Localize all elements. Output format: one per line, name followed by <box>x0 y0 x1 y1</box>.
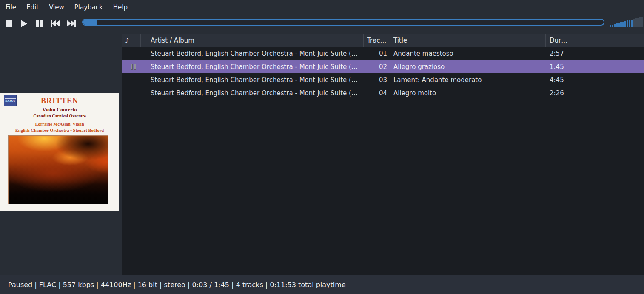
seekbar-fill <box>83 20 97 25</box>
cell-artist-album: Steuart Bedford, English Chamber Orchest… <box>141 89 364 97</box>
cell-artist-album: Steuart Bedford, English Chamber Orchest… <box>141 76 364 84</box>
stop-icon <box>6 20 12 27</box>
play-icon <box>21 20 27 27</box>
status-bar: Paused | FLAC | 557 kbps | 44100Hz | 16 … <box>0 275 644 294</box>
cell-title: Allegro grazioso <box>390 63 546 71</box>
cover-work-subtitle: Canadian Carnival Overture <box>0 114 119 118</box>
paused-track-icon <box>131 64 136 70</box>
cell-title: Andante maestoso <box>390 50 546 57</box>
menu-playback[interactable]: Playback <box>69 1 108 14</box>
table-row-selected[interactable]: Steuart Bedford, English Chamber Orchest… <box>122 60 644 73</box>
volume-control[interactable] <box>610 16 643 27</box>
menu-view[interactable]: View <box>44 1 69 14</box>
cover-orchestra: English Chamber Orchestra • Steuart Bedf… <box>0 128 119 133</box>
cell-track: 03 <box>364 76 390 84</box>
column-title[interactable]: Title <box>390 34 546 47</box>
cell-track: 01 <box>364 50 390 57</box>
content-area: NAXOS BRITTEN Violin Concerto Canadian C… <box>0 32 644 275</box>
music-note-icon: ♪ <box>125 37 129 44</box>
column-duration[interactable]: Dur… <box>546 34 571 47</box>
menu-file[interactable]: File <box>0 1 21 14</box>
menu-help[interactable]: Help <box>108 1 133 14</box>
cover-soloist: Lorraine McAslan, Violin <box>0 122 119 126</box>
next-button[interactable] <box>65 18 77 29</box>
playlist: ♪ Artist / Album Trac… Title Dur… Steuar… <box>122 32 644 275</box>
cell-duration: 2:26 <box>546 89 571 97</box>
seekbar[interactable] <box>82 19 604 26</box>
playlist-body: Steuart Bedford, English Chamber Orchest… <box>122 47 644 275</box>
cell-artist-album: Steuart Bedford, English Chamber Orchest… <box>141 50 364 57</box>
menu-edit[interactable]: Edit <box>21 1 44 14</box>
cover-work-title: Violin Concerto <box>0 107 119 113</box>
playlist-header: ♪ Artist / Album Trac… Title Dur… <box>122 34 644 47</box>
table-row[interactable]: Steuart Bedford, English Chamber Orchest… <box>122 47 644 60</box>
cell-title: Allegro molto <box>390 89 546 97</box>
menubar: File Edit View Playback Help <box>0 0 644 14</box>
cell-duration: 1:45 <box>546 63 571 71</box>
naxos-logo: NAXOS <box>4 95 17 106</box>
cover-sunset-photo <box>8 135 108 204</box>
cell-duration: 2:57 <box>546 50 571 57</box>
toolbar <box>0 14 644 32</box>
previous-button[interactable] <box>49 18 61 29</box>
column-artist-album[interactable]: Artist / Album <box>141 34 364 47</box>
play-button[interactable] <box>18 18 30 29</box>
column-empty <box>571 34 644 47</box>
table-row[interactable]: Steuart Bedford, English Chamber Orchest… <box>122 86 644 100</box>
cell-title: Lament: Andante moderato <box>390 76 546 84</box>
column-track[interactable]: Trac… <box>364 34 390 47</box>
cell-indicator <box>122 64 141 70</box>
table-row[interactable]: Steuart Bedford, English Chamber Orchest… <box>122 73 644 86</box>
pause-icon <box>36 20 43 27</box>
cell-track: 02 <box>364 63 390 71</box>
cell-duration: 4:45 <box>546 76 571 84</box>
status-text: Paused | FLAC | 557 kbps | 44100Hz | 16 … <box>8 281 346 289</box>
stop-button[interactable] <box>3 18 14 29</box>
naxos-logo-label: NAXOS <box>5 98 16 103</box>
next-track-icon <box>67 20 76 27</box>
cell-track: 04 <box>364 89 390 97</box>
pause-button[interactable] <box>34 18 46 29</box>
cover-composer: BRITTEN <box>0 93 119 106</box>
column-playing-indicator[interactable]: ♪ <box>122 34 141 47</box>
album-art-panel: NAXOS BRITTEN Violin Concerto Canadian C… <box>0 32 122 275</box>
album-cover: NAXOS BRITTEN Violin Concerto Canadian C… <box>0 93 119 211</box>
cell-artist-album: Steuart Bedford, English Chamber Orchest… <box>141 63 364 71</box>
previous-track-icon <box>51 20 60 27</box>
